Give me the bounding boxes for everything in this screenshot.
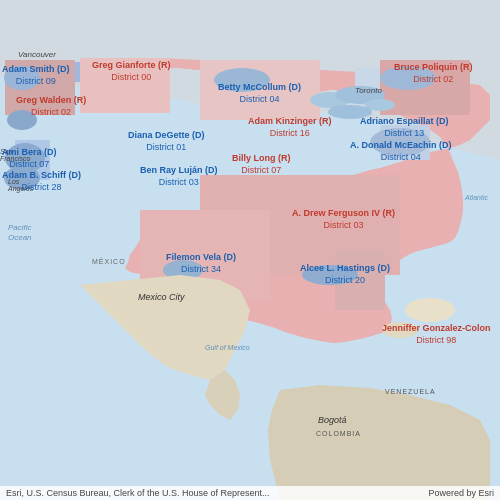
svg-text:Atlantic: Atlantic [464, 194, 488, 201]
svg-point-14 [4, 66, 40, 90]
attribution-right: Powered by Esri [428, 488, 494, 498]
svg-point-24 [382, 322, 418, 338]
region-colombia: COLOMBIA [316, 430, 361, 437]
city-san-francisco: SanFrancisco [0, 148, 30, 162]
city-mexico-city: Mexico City [138, 292, 185, 302]
svg-point-28 [328, 105, 372, 119]
region-mexico: MÉXICO [92, 258, 126, 265]
svg-rect-8 [80, 58, 170, 113]
svg-rect-9 [200, 60, 320, 120]
city-vancouver: Vancouver [18, 50, 56, 59]
city-los-angeles: LosAngeles [8, 178, 33, 192]
svg-point-20 [370, 128, 430, 156]
city-bogota: Bogotá [318, 415, 347, 425]
svg-text:Pacific: Pacific [8, 223, 32, 232]
map-container: Pacific Ocean Atlantic Gulf of Mexico Va… [0, 0, 500, 500]
city-toronto: Toronto [355, 86, 382, 95]
svg-point-18 [214, 68, 270, 92]
svg-point-19 [380, 66, 436, 90]
region-venezuela: VENEZUELA [385, 388, 436, 395]
svg-point-15 [7, 110, 37, 130]
svg-text:Ocean: Ocean [8, 233, 32, 242]
svg-text:Gulf of Mexico: Gulf of Mexico [205, 344, 250, 351]
attribution-bar: Esri, U.S. Census Bureau, Clerk of the U… [0, 486, 500, 500]
svg-point-23 [405, 298, 455, 322]
attribution-left: Esri, U.S. Census Bureau, Clerk of the U… [6, 488, 270, 498]
svg-point-22 [302, 265, 358, 285]
map-background: Pacific Ocean Atlantic Gulf of Mexico [0, 0, 500, 500]
